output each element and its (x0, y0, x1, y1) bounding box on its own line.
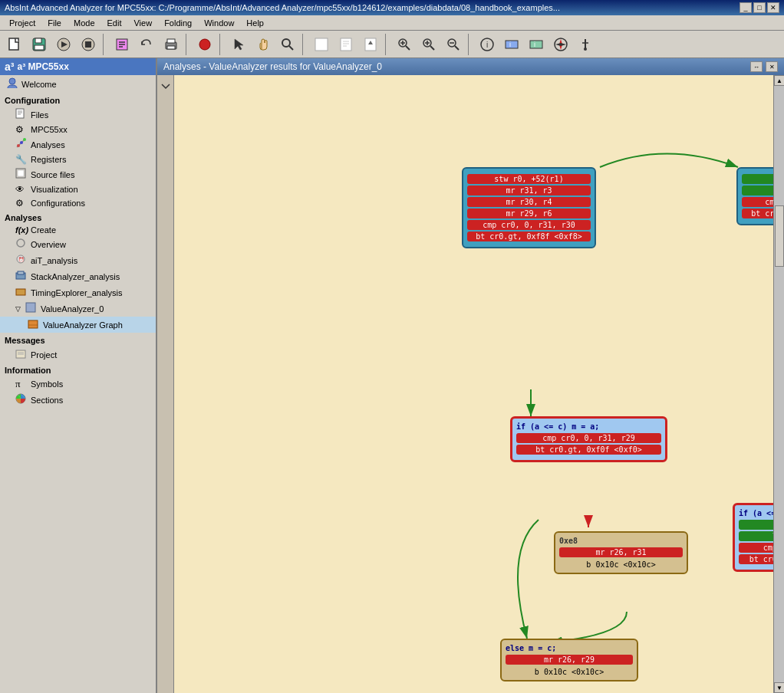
sidebar-item-symbols[interactable]: π Symbols (0, 376, 156, 392)
svg-line-30 (430, 46, 434, 50)
svg-rect-64 (16, 289, 25, 295)
instr-cmp3: cmp cr0, 0, r12, r11 (742, 197, 773, 207)
tb-breakpoint[interactable] (193, 34, 216, 55)
svg-point-54 (17, 144, 20, 147)
sidebar-item-sourcefiles[interactable]: Source files (0, 166, 156, 182)
menu-mode[interactable]: Mode (68, 17, 101, 29)
svg-rect-38 (506, 41, 518, 48)
sidebar-item-welcome[interactable]: Welcome (0, 75, 156, 93)
expand-icon: ▽ (15, 305, 21, 313)
menu-edit[interactable]: Edit (101, 17, 128, 29)
menu-project[interactable]: Project (3, 17, 41, 29)
minimize-button[interactable]: _ (740, 2, 752, 13)
tb-page3[interactable] (359, 34, 382, 55)
tb-select[interactable] (227, 34, 250, 55)
svg-text:i: i (486, 41, 488, 49)
sidebar-item-project[interactable]: Project (0, 346, 156, 363)
sidebar-item-valueanalyzer0[interactable]: ▽ ValueAnalyzer_0 (0, 301, 156, 317)
sidebar-item-overview[interactable]: Overview (0, 236, 156, 252)
sidebar-item-valueanalyzer-graph[interactable]: ValueAnalyzer Graph (0, 317, 156, 333)
svg-point-15 (199, 39, 210, 50)
nav-icon-1[interactable] (159, 79, 173, 93)
files-label: Files (31, 110, 48, 120)
instr-cmp2: cmp cr0, 0, r31, r29 (516, 433, 661, 443)
instr-b0x10c-2: b 0x10c <0x10c> (506, 668, 633, 676)
overview-icon (15, 238, 28, 251)
sidebar-item-files[interactable]: Files (0, 107, 156, 123)
menu-view[interactable]: View (127, 17, 158, 29)
instr-lwz12b: lwz r12, +8(r1) (739, 520, 773, 530)
menu-folding[interactable]: Folding (158, 17, 198, 29)
scroll-down-button[interactable]: ▼ (774, 682, 784, 693)
create-label: Create (31, 225, 56, 235)
sidebar-item-mpc55xx[interactable]: ⚙ MPC55xx (0, 123, 156, 136)
sidebar-item-visualization[interactable]: 👁 Visualization (0, 182, 156, 196)
tb-pin[interactable] (574, 34, 597, 55)
close-button[interactable]: ✕ (767, 2, 779, 13)
menu-help[interactable]: Help (240, 17, 270, 29)
tb-compass[interactable] (549, 34, 572, 55)
graph-scrollbar-container: stw r0, +52(r1) mr r31, r3 mr r30, r4 mr… (157, 75, 784, 693)
tb-search[interactable] (276, 34, 299, 55)
tb-zoom-out[interactable] (442, 34, 465, 55)
visualization-label: Visualization (31, 185, 78, 194)
toolbar-separator-3 (219, 34, 224, 55)
sidebar-item-stackanalyzer[interactable]: StackAnalyzer_analysis (0, 268, 156, 284)
sidebar-item-timing[interactable]: TimingExplorer_analysis (0, 284, 156, 301)
tb-undo[interactable] (135, 34, 158, 55)
svg-rect-2 (35, 38, 41, 43)
cfg-block-7: if (a <= c) swap (&a, &c); lwz r12, +8(r… (733, 503, 773, 572)
instr-mr29: mr r29, r6 (467, 209, 591, 218)
svg-rect-3 (35, 45, 44, 50)
svg-rect-14 (167, 46, 175, 49)
instr-bt2: bt cr0.gt, 0xf0f <0xf0> (516, 445, 661, 455)
analysis-resize-button[interactable]: ↔ (750, 61, 763, 72)
graph-canvas[interactable]: stw r0, +52(r1) mr r31, r3 mr r30, r4 mr… (174, 75, 773, 693)
sidebar-item-sections[interactable]: Sections (0, 392, 156, 408)
tb-info1[interactable]: i (476, 34, 499, 55)
stackanalyzer-label: StackAnalyzer_analysis (31, 272, 120, 281)
toolbar: i i i (0, 31, 784, 58)
instr-bt3: bt cr0.gt, 0x164 f <0x184> (742, 209, 773, 218)
sidebar-item-registers[interactable]: 🔧 Registers (0, 153, 156, 166)
svg-line-26 (406, 46, 410, 50)
analysis-close-button[interactable]: ✕ (766, 61, 778, 72)
tb-info2[interactable]: i (500, 34, 523, 55)
menu-file[interactable]: File (41, 17, 68, 29)
analysis-title: Analyses - ValueAnalyzer results for Val… (163, 61, 382, 72)
scroll-thumb[interactable] (775, 205, 784, 267)
section-information: Information (0, 363, 156, 376)
vertical-scrollbar[interactable]: ▲ ▼ (773, 75, 784, 693)
maximize-button[interactable]: □ (753, 2, 766, 13)
svg-rect-66 (28, 320, 38, 328)
svg-point-48 (9, 78, 15, 84)
tb-zoom-in[interactable] (417, 34, 440, 55)
tb-page2[interactable] (334, 34, 357, 55)
tb-info3[interactable]: i (525, 34, 548, 55)
tb-save[interactable] (28, 34, 51, 55)
window-controls: _ □ ✕ (740, 2, 779, 13)
timing-label: TimingExplorer_analysis (31, 288, 122, 297)
else-header: else m = c; (506, 644, 633, 652)
sidebar-item-configurations[interactable]: ⚙ Configurations (0, 196, 156, 210)
svg-rect-19 (341, 38, 351, 51)
cfg-block-3: 0xe8 mr r26, r31 b 0x10c <0x10c> (554, 531, 688, 574)
instr-bt4: bt cr0.gt, 0x180 f <0x180> (739, 554, 773, 564)
tb-page1[interactable] (310, 34, 333, 55)
svg-point-56 (23, 138, 26, 141)
tb-stop[interactable] (77, 34, 100, 55)
sidebar-item-analyses[interactable]: Analyses (0, 136, 156, 153)
tb-print[interactable] (160, 34, 183, 55)
tb-zoom-fit[interactable] (393, 34, 416, 55)
instr-mr26: mr r26, r31 (559, 547, 683, 557)
sidebar-item-create[interactable]: f(x) Create (0, 224, 156, 236)
scroll-track[interactable] (774, 86, 784, 682)
ait-label: aiT_analysis (31, 256, 77, 265)
tb-edit[interactable] (110, 34, 133, 55)
tb-new[interactable] (3, 34, 26, 55)
scroll-up-button[interactable]: ▲ (774, 75, 784, 86)
menu-window[interactable]: Window (198, 17, 240, 29)
tb-hand[interactable] (252, 34, 275, 55)
tb-play[interactable] (52, 34, 75, 55)
sidebar-item-ait[interactable]: ⏰ aiT_analysis (0, 252, 156, 268)
